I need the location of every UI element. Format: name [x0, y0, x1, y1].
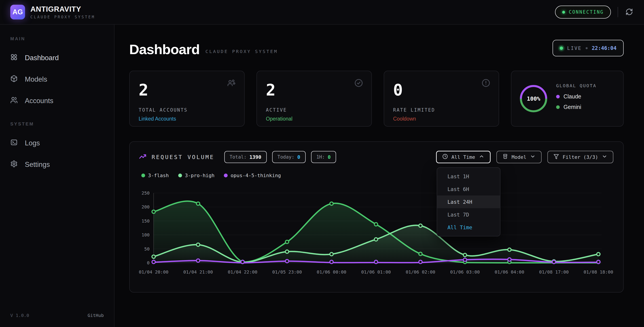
- filter-label: Filter (3/3): [562, 154, 598, 160]
- chip-total: Total: 1390: [224, 151, 267, 163]
- app-subtitle: CLAUDE PROXY SYSTEM: [30, 15, 95, 19]
- live-clock: 22:46:04: [592, 45, 616, 51]
- model-dropdown-button[interactable]: Model: [496, 151, 542, 163]
- stat-cards-row: 2 TOTAL ACCOUNTS Linked Accounts 2 ACTIV…: [129, 71, 624, 126]
- menu-item-last-6h[interactable]: Last 6H: [437, 183, 500, 196]
- svg-text:200: 200: [142, 204, 150, 210]
- menu-item-last-24h[interactable]: Last 24H: [437, 196, 500, 208]
- stat-label: RATE LIMITED: [393, 107, 490, 113]
- alert-circle-icon: [481, 78, 490, 88]
- chevron-up-icon: [478, 154, 484, 160]
- sidebar-item-settings[interactable]: Settings: [10, 158, 104, 171]
- legend-item-3-pro-high[interactable]: 3-pro-high: [178, 173, 214, 178]
- live-badge: LIVE 22:46:04: [552, 40, 624, 56]
- chip-today: Today: 0: [272, 151, 306, 163]
- svg-text:01/06 00:00: 01/06 00:00: [317, 269, 346, 275]
- quota-legend: GLOBAL QUOTA Claude Gemini: [556, 83, 596, 114]
- svg-text:01/08 18:00: 01/08 18:00: [584, 269, 613, 275]
- sidebar-item-accounts[interactable]: Accounts: [10, 94, 104, 108]
- dashboard-grid-icon: [10, 54, 18, 63]
- sidebar-item-label: Settings: [25, 160, 50, 169]
- stat-value: 2: [266, 82, 362, 98]
- quota-percent: 100%: [519, 84, 548, 113]
- sidebar: MAIN Dashboard Models: [0, 24, 114, 327]
- global-quota-card: 100% GLOBAL QUOTA Claude Gemini: [511, 71, 624, 126]
- clock-icon: [442, 154, 448, 160]
- funnel-icon: [553, 154, 559, 160]
- svg-text:01/08 17:00: 01/08 17:00: [539, 269, 569, 275]
- series-label: 3-pro-high: [185, 173, 214, 178]
- topbar-right: CONNECTING: [555, 6, 634, 18]
- svg-text:250: 250: [142, 190, 150, 196]
- live-status-dot: [560, 46, 563, 50]
- chevron-down-icon: [530, 154, 536, 160]
- svg-text:01/04 20:00: 01/04 20:00: [139, 269, 168, 275]
- topbar-divider: [618, 7, 618, 17]
- menu-item-last-1h[interactable]: Last 1H: [437, 170, 500, 183]
- time-range-label: All Time: [452, 154, 475, 160]
- series-label: 3-flash: [148, 173, 169, 178]
- sidebar-item-models[interactable]: Models: [10, 73, 104, 86]
- connection-status-text: CONNECTING: [569, 10, 604, 15]
- svg-text:0: 0: [147, 260, 150, 266]
- connection-status-badge: CONNECTING: [555, 6, 611, 18]
- page-subtitle: CLAUDE PROXY SYSTEM: [206, 49, 278, 56]
- chip-1h: 1H: 0: [311, 151, 336, 163]
- topbar: AG ANTIGRAVITY CLAUDE PROXY SYSTEM CONNE…: [0, 0, 644, 24]
- live-label: LIVE: [567, 46, 582, 51]
- app-root: AG ANTIGRAVITY CLAUDE PROXY SYSTEM CONNE…: [0, 0, 644, 327]
- chevron-down-icon: [602, 154, 608, 160]
- users-icon: [227, 78, 236, 88]
- svg-text:01/05 23:00: 01/05 23:00: [272, 269, 302, 275]
- svg-text:01/04 22:00: 01/04 22:00: [228, 269, 258, 275]
- refresh-icon: [626, 8, 633, 16]
- archive-box-icon: [502, 154, 508, 160]
- filter-dropdown-button[interactable]: Filter (3/3): [548, 151, 613, 163]
- svg-text:01/06 02:00: 01/06 02:00: [406, 269, 435, 275]
- connection-status-dot: [562, 11, 565, 14]
- sidebar-group-system: Logs Settings: [10, 136, 104, 180]
- svg-text:01/06 01:00: 01/06 01:00: [361, 269, 391, 275]
- legend-item-3-flash[interactable]: 3-flash: [141, 173, 169, 178]
- stat-sublabel: Cooldown: [393, 116, 490, 122]
- github-link[interactable]: GitHub: [88, 313, 104, 318]
- stat-card-rate-limited: 0 RATE LIMITED Cooldown: [384, 71, 499, 126]
- sidebar-group-main: Dashboard Models Account: [10, 51, 104, 116]
- chip-label: Total:: [230, 154, 247, 160]
- stat-label: ACTIVE: [266, 107, 362, 113]
- dot-separator: [586, 47, 588, 49]
- circle-check-icon: [354, 78, 363, 88]
- gemini-dot: [556, 105, 560, 109]
- chip-value: 0: [297, 154, 300, 160]
- sidebar-item-label: Models: [25, 76, 47, 84]
- series-dot: [178, 174, 182, 177]
- quota-legend-gemini: Gemini: [556, 104, 596, 110]
- sidebar-item-dashboard[interactable]: Dashboard: [10, 51, 104, 65]
- sidebar-section-main: MAIN: [10, 36, 104, 42]
- series-label: opus-4-5-thinking: [230, 173, 281, 178]
- series-dot: [224, 174, 228, 177]
- sidebar-item-label: Accounts: [25, 97, 54, 105]
- app-title: ANTIGRAVITY: [30, 5, 95, 13]
- request-volume-panel: REQUEST VOLUME Total: 1390 Today: 0 1H: …: [129, 141, 624, 292]
- sidebar-item-logs[interactable]: Logs: [10, 136, 104, 150]
- refresh-button[interactable]: [625, 8, 634, 16]
- svg-text:01/06 03:00: 01/06 03:00: [450, 269, 480, 275]
- svg-text:50: 50: [144, 246, 150, 252]
- legend-item-opus[interactable]: opus-4-5-thinking: [224, 173, 281, 178]
- menu-item-last-7d[interactable]: Last 7D: [437, 208, 500, 221]
- users-icon: [10, 96, 18, 106]
- quota-title: GLOBAL QUOTA: [556, 83, 596, 88]
- claude-dot: [556, 95, 560, 98]
- sidebar-footer: V 1.0.0 GitHub: [10, 313, 104, 318]
- menu-item-all-time[interactable]: All Time: [437, 221, 500, 234]
- chart-legend: 3-flash 3-pro-high opus-4-5-thinking: [141, 173, 613, 178]
- chart-controls: All Time: [436, 151, 613, 163]
- quota-legend-label: Gemini: [564, 104, 581, 110]
- stat-value: 0: [393, 82, 490, 98]
- panel-title: REQUEST VOLUME: [152, 154, 214, 160]
- time-range-dropdown-button[interactable]: All Time: [436, 151, 490, 163]
- stat-card-active: 2 ACTIVE Operational: [256, 71, 372, 126]
- terminal-icon: [10, 139, 18, 148]
- sidebar-item-label: Dashboard: [25, 54, 59, 62]
